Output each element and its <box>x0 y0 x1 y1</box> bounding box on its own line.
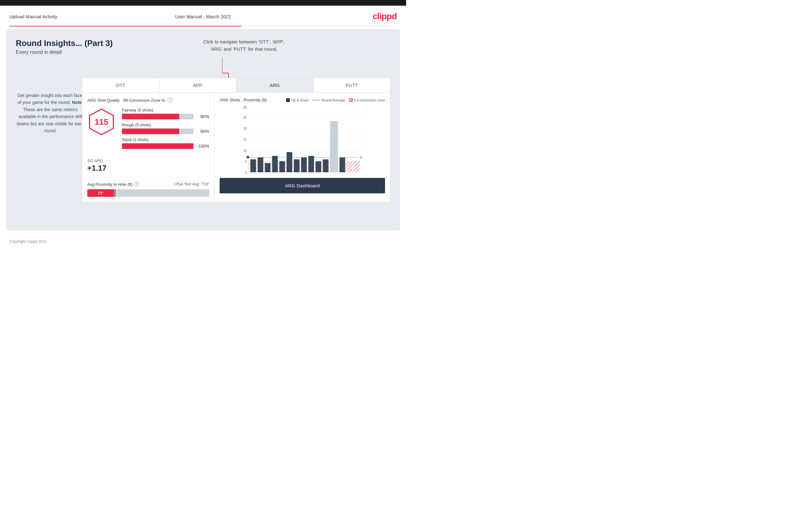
card-body: ARG Shot Quality 6ft Conversion Zone % ?… <box>82 93 390 202</box>
svg-rect-30 <box>294 159 300 172</box>
legend-updown-label: Up & Down <box>291 98 309 102</box>
shot-bar-bg-fairway <box>122 114 194 119</box>
svg-rect-35 <box>330 121 338 172</box>
help-icon[interactable]: ? <box>168 98 173 103</box>
arg-dashboard-button[interactable]: ARG Dashboard <box>220 178 385 193</box>
main-content: Round Insights... (Part 3) Every round i… <box>6 29 400 230</box>
upload-manual-link[interactable]: Upload Manual Activity <box>9 14 57 19</box>
legend-6ft-label: 6 ft conversion zone <box>354 98 385 102</box>
tab-app[interactable]: APP <box>159 78 237 92</box>
svg-rect-20 <box>247 156 249 158</box>
svg-text:0: 0 <box>245 171 247 174</box>
chart-area: 0 5 10 15 20 25 30 <box>220 106 385 175</box>
left-panel: ARG Shot Quality 6ft Conversion Zone % ?… <box>82 93 215 202</box>
proximity-help-icon[interactable]: ? <box>134 182 139 187</box>
svg-text:20: 20 <box>243 127 247 130</box>
legend: Up & Down Round Average 6 ft conversion … <box>286 98 385 102</box>
tab-putt[interactable]: PUTT <box>313 78 391 92</box>
legend-item-round-avg: Round Average <box>313 98 345 102</box>
right-panel-title: ARG Shots - Proximity (ft) <box>220 98 267 102</box>
hex-badge-section: 115 Fairway (5 shots) 80% <box>87 108 209 152</box>
sg-section: SG ARG +1.17 <box>87 156 209 173</box>
right-panel-header: ARG Shots - Proximity (ft) Up & Down Rou… <box>220 98 385 102</box>
tab-arg[interactable]: ARG <box>236 78 313 92</box>
page-title: User Manual - March 2022 <box>175 14 231 19</box>
svg-text:10: 10 <box>243 149 247 153</box>
tab-ott[interactable]: OTT <box>82 78 159 92</box>
panel-title: ARG Shot Quality <box>87 98 120 103</box>
proximity-avg: ↑ PGA Tour Avg: 7'10" <box>172 182 209 186</box>
left-description: Get greater insight into each facet of y… <box>16 92 85 134</box>
legend-dashed-icon <box>313 100 320 101</box>
svg-rect-24 <box>251 159 256 172</box>
shot-quality-list: Fairway (5 shots) 80% Rough (5 shots) <box>122 108 209 152</box>
svg-rect-25 <box>258 158 263 172</box>
shot-bar-fill-fairway <box>122 114 179 119</box>
svg-rect-29 <box>287 152 292 172</box>
header: Upload Manual Activity User Manual - Mar… <box>0 6 406 26</box>
panel-subtitle: 6ft Conversion Zone % <box>123 98 165 103</box>
right-panel: ARG Shots - Proximity (ft) Up & Down Rou… <box>215 93 390 202</box>
shot-bar-bg-rough <box>122 128 194 134</box>
arg-chart: 0 5 10 15 20 25 30 <box>220 106 385 175</box>
proximity-section: Avg Proximity to Hole (ft) ? ↑ PGA Tour … <box>87 178 209 197</box>
proximity-bar-label: 77' <box>98 191 104 195</box>
svg-rect-36 <box>340 158 345 172</box>
dashboard-card: OTT APP ARG PUTT ARG Shot Quality 6ft Co… <box>82 78 391 202</box>
svg-rect-33 <box>316 161 321 172</box>
svg-text:15: 15 <box>243 138 247 142</box>
svg-rect-26 <box>265 163 271 172</box>
proximity-bar-container: 77' <box>87 189 209 197</box>
svg-rect-38 <box>354 161 360 172</box>
shot-label-sand: Sand (1 shots) <box>122 137 209 142</box>
copyright-text: Copyright Clippd 2021 <box>9 239 47 244</box>
svg-rect-37 <box>347 161 353 172</box>
tabs-container: OTT APP ARG PUTT <box>82 78 390 93</box>
svg-text:30: 30 <box>243 106 247 109</box>
footer: Copyright Clippd 2021 <box>0 237 406 246</box>
svg-rect-27 <box>272 156 278 172</box>
legend-square-icon <box>286 98 290 102</box>
svg-rect-32 <box>308 156 314 172</box>
shot-row-fairway: Fairway (5 shots) 80% <box>122 108 209 119</box>
shot-pct-sand: 100% <box>196 144 209 149</box>
nav-hint: Click to navigate between 'OTT', 'APP', … <box>203 39 285 53</box>
svg-rect-31 <box>301 158 307 172</box>
header-divider <box>9 26 397 26</box>
shot-row-rough: Rough (5 shots) 80% <box>122 122 209 134</box>
shot-bar-fill-sand <box>122 143 194 149</box>
hex-badge: 115 <box>87 108 116 136</box>
shot-label-fairway: Fairway (5 shots) <box>122 108 209 112</box>
legend-hatched-icon <box>349 98 353 102</box>
shot-bar-bg-sand <box>122 143 194 149</box>
legend-item-updown: Up & Down <box>286 98 309 102</box>
top-bar <box>0 0 406 6</box>
shot-label-rough: Rough (5 shots) <box>122 122 209 127</box>
proximity-bar-fill: 77' <box>87 189 114 197</box>
shot-pct-rough: 80% <box>196 129 209 134</box>
sg-label: SG ARG <box>87 158 209 163</box>
svg-text:5: 5 <box>245 160 247 163</box>
panel-header: ARG Shot Quality 6ft Conversion Zone % ? <box>87 98 209 103</box>
legend-item-6ft: 6 ft conversion zone <box>349 98 385 102</box>
svg-rect-28 <box>280 161 285 172</box>
svg-text:25: 25 <box>243 116 247 119</box>
proximity-title-text: Avg Proximity to Hole (ft) <box>87 182 133 187</box>
svg-rect-34 <box>323 159 328 172</box>
shot-bar-fill-rough <box>122 128 179 134</box>
shot-row-sand: Sand (1 shots) 100% <box>122 137 209 149</box>
hex-number: 115 <box>95 117 108 127</box>
legend-round-avg-label: Round Average <box>321 98 345 102</box>
sg-value: +1.17 <box>87 164 209 173</box>
logo: clippd <box>373 11 397 21</box>
proximity-cursor <box>115 189 115 197</box>
shot-pct-fairway: 80% <box>196 114 209 119</box>
svg-text:8: 8 <box>360 156 362 159</box>
